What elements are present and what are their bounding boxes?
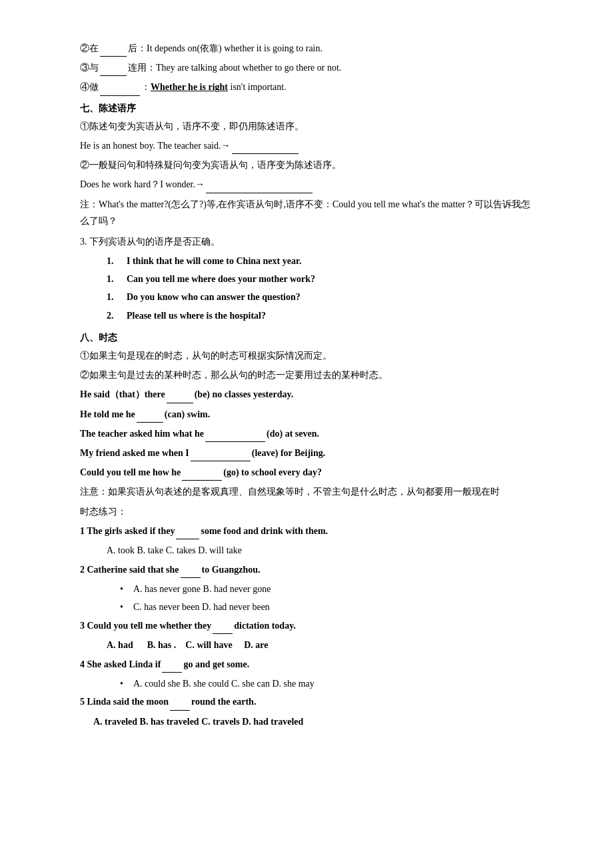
s8-ex3: The teacher asked him what he(do) at sev… xyxy=(80,425,533,442)
s7-note1: ①陈述句变为宾语从句，语序不变，即仍用陈述语序。 xyxy=(80,118,533,135)
blank-3 xyxy=(100,95,140,96)
line-4: ④做：Whether he is right isn't important. xyxy=(80,79,533,95)
line4-colon: ： xyxy=(141,82,151,92)
q5-question: 5 Linda said the moonround the earth. xyxy=(80,693,533,710)
s7-remark: 注：What's the matter?(怎么了?)等,在作宾语从句时,语序不变… xyxy=(80,196,533,229)
blank-s7-2 xyxy=(206,193,312,193)
bullet-3: • xyxy=(120,675,133,692)
line2-prefix: ②在 xyxy=(80,43,99,53)
blank-q4 xyxy=(162,672,182,673)
line4-rest: isn't important. xyxy=(228,82,287,92)
s8-remark: 注意：如果宾语从句表述的是客观真理、自然现象等时，不管主句是什么时态，从句都要用… xyxy=(80,483,533,500)
s8-ex4: My friend asked me when I(leave) for Bei… xyxy=(80,445,533,461)
num-2a: 1. xyxy=(107,271,127,287)
s8-ex1: He said（that）there(be) no classes yester… xyxy=(80,386,533,403)
bullet-2: • xyxy=(120,599,133,615)
blank-q1 xyxy=(176,539,199,539)
s8-note2: ②如果主句是过去的某种时态，那么从句的时态一定要用过去的某种时态。 xyxy=(80,367,533,383)
line2-suffix: 后：It depends on(依靠) whether it is going … xyxy=(128,43,322,53)
line4-prefix: ④做 xyxy=(80,82,99,92)
arrow-1: → xyxy=(221,140,231,151)
section-7-header: 七、陈述语序 xyxy=(80,100,533,117)
q3-question: 3 Could you tell me whether theydictatio… xyxy=(80,617,533,634)
arrow-2: → xyxy=(195,179,205,189)
q3-item1: 1. I think that he will come to China ne… xyxy=(107,253,533,269)
q2-optC: • C. has never been D. had never been xyxy=(120,599,533,615)
s7-ex2: Does he work hard？I wonder.→ xyxy=(80,176,533,193)
num-1: 1. xyxy=(107,253,127,269)
blank-q3 xyxy=(213,633,233,634)
blank-s7-1 xyxy=(232,153,299,154)
q5-options: A. traveled B. has traveled C. travels D… xyxy=(93,713,533,730)
q1-question: 1 The girls asked if theysome food and d… xyxy=(80,523,533,539)
blank-s8-5 xyxy=(182,480,222,481)
practice-header: 时态练习： xyxy=(80,503,533,520)
blank-q2 xyxy=(181,577,201,578)
num-3a: 1. xyxy=(107,289,127,305)
s7-ex1: He is an honest boy. The teacher said.→ xyxy=(80,137,533,154)
line3-suffix: 连用：They are talking about whether to go … xyxy=(128,63,341,73)
line-3: ③与连用：They are talking about whether to g… xyxy=(80,59,533,76)
main-content: ②在后：It depends on(依靠) whether it is goin… xyxy=(80,40,533,730)
blank-s8-2 xyxy=(137,422,163,423)
q3-options: A. had B. has . C. will have D. are xyxy=(107,637,533,653)
blank-1 xyxy=(100,56,127,57)
q4-optA: • A. could she B. she could C. she can D… xyxy=(120,675,533,692)
q2-optA: • A. has never gone B. had never gone xyxy=(120,581,533,597)
line3-prefix: ③与 xyxy=(80,63,99,73)
q3-item2: 1. Can you tell me where does your mothe… xyxy=(107,271,533,287)
q3-header: 3. 下列宾语从句的语序是否正确。 xyxy=(80,233,533,250)
blank-2 xyxy=(100,75,127,76)
line-2: ②在后：It depends on(依靠) whether it is goin… xyxy=(80,40,533,57)
section-8-header: 八、时态 xyxy=(80,329,533,346)
q3-item3: 1. Do you know who can answer the questi… xyxy=(107,289,533,305)
s8-note1: ①如果主句是现在的时态，从句的时态可根据实际情况而定。 xyxy=(80,347,533,364)
blank-s8-4 xyxy=(191,461,251,461)
s8-ex2: He told me he(can) swim. xyxy=(80,406,533,423)
whether-bold: Whether he is right xyxy=(151,82,228,92)
q2-question: 2 Catherine said that sheto Guangzhou. xyxy=(80,561,533,578)
blank-q5 xyxy=(170,710,190,711)
q3-item4: 2. Please tell us where is the hospital? xyxy=(107,307,533,324)
bullet-1: • xyxy=(120,581,133,597)
num-4a: 2. xyxy=(107,307,127,324)
s8-ex5: Could you tell me how he(go) to school e… xyxy=(80,464,533,481)
q4-question: 4 She asked Linda ifgo and get some. xyxy=(80,656,533,673)
blank-s8-1 xyxy=(167,403,193,403)
s7-note2: ②一般疑问句和特殊疑问句变为宾语从句，语序变为陈述语序。 xyxy=(80,157,533,173)
q1-options: A. took B. take C. takes D. will take xyxy=(107,542,533,559)
blank-s8-3 xyxy=(205,441,265,442)
